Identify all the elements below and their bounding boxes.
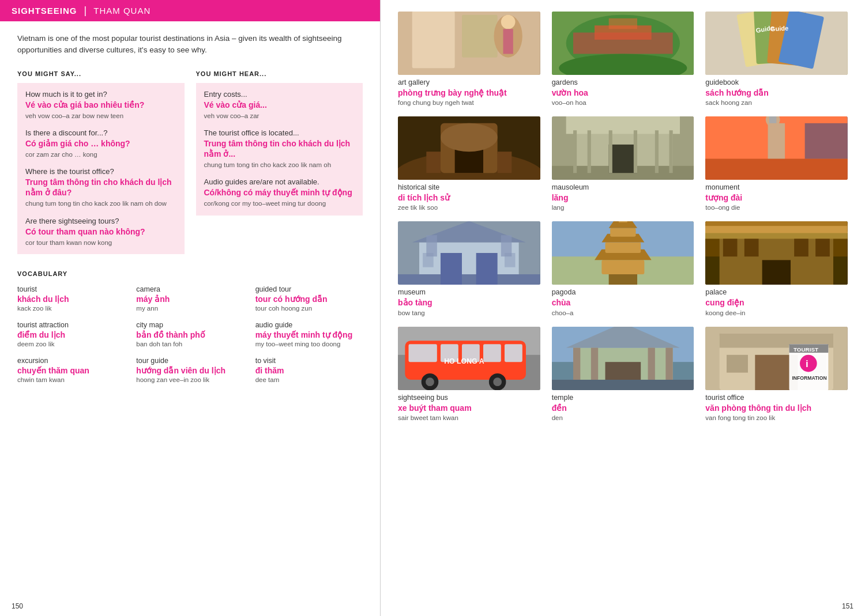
svg-point-23 — [441, 123, 498, 152]
vocab-vietnamese: khách du lịch — [17, 294, 125, 304]
vocab-item: tourist khách du lịch kack zoo lik — [17, 285, 125, 312]
phrase-vietnamese: Có giảm giá cho … không? — [25, 138, 176, 149]
vocab-item: tourist attraction điểm du lịch deem zoo… — [17, 321, 125, 347]
bus-label-vn: xe buýt tham quam — [398, 403, 540, 413]
phrase-item: Audio guides are/are not available. Có/k… — [204, 177, 355, 208]
vocab-english: to visit — [255, 357, 363, 365]
svg-rect-62 — [610, 228, 635, 237]
phrase-vietnamese: Vé vào cửa giá bao nhiêu tiền? — [25, 100, 176, 110]
vocab-phonetic: tour coh hoong zun — [255, 305, 363, 312]
svg-rect-98 — [552, 380, 694, 390]
svg-rect-35 — [633, 130, 637, 173]
gardens-image — [552, 12, 694, 75]
phrase-phonetic: cor/kong cor my too–weet ming tur doong — [204, 199, 355, 208]
phrase-item: The tourist office is located... Trung t… — [204, 129, 355, 169]
vocab-vietnamese: tour có hướng dẫn — [255, 294, 363, 304]
page-number-left: 150 — [12, 602, 23, 610]
phrase-english: Audio guides are/are not available. — [204, 177, 355, 186]
svg-rect-34 — [608, 130, 612, 173]
svg-rect-64 — [619, 221, 627, 222]
guidebook-label-en: guidebook — [705, 78, 848, 86]
palace-label-ph: koong dee–in — [705, 309, 848, 316]
you-might-say-box: How much is it to get in? Vé vào cửa giá… — [17, 83, 185, 254]
vocab-item: camera máy ảnh my ann — [136, 285, 243, 312]
museum-label-ph: bow tang — [398, 309, 540, 316]
museum-label-en: museum — [398, 288, 540, 296]
vocab-phonetic: hoong zan vee–in zoo lik — [136, 376, 243, 383]
svg-rect-32 — [669, 130, 672, 173]
vocab-item: guided tour tour có hướng dẫn tour coh h… — [255, 285, 363, 312]
svg-rect-58 — [601, 260, 644, 275]
svg-rect-41 — [769, 116, 776, 123]
phrase-vietnamese: Trung tâm thông tin cho khách du lịch nằ… — [25, 177, 176, 198]
phrase-english: Entry costs... — [204, 90, 355, 99]
svg-rect-54 — [501, 236, 512, 257]
vocab-phonetic: ban doh tan foh — [136, 341, 243, 347]
svg-rect-75 — [815, 239, 830, 257]
palace-image — [705, 221, 848, 285]
gardens-label-vn: vườn hoa — [552, 88, 694, 98]
vocab-phonetic: chwin tam kwan — [17, 376, 125, 383]
temple-image — [552, 327, 694, 390]
image-item-temple: temple đền den — [552, 327, 694, 421]
you-might-hear-header: YOU MIGHT HEAR... — [196, 70, 363, 77]
monument-label-vn: tượng đài — [705, 192, 848, 203]
phrase-english: How much is it to get in? — [25, 90, 176, 99]
svg-text:HO LONG A: HO LONG A — [444, 357, 484, 365]
vocab-phonetic: my ann — [136, 305, 243, 312]
vocab-col-1: tourist khách du lịch kack zoo lik touri… — [17, 285, 125, 393]
bus-image: HO LONG A — [398, 327, 540, 390]
vocab-item: city map bản đồ thành phố ban doh tan fo… — [136, 321, 243, 347]
vocab-english: excursion — [17, 357, 125, 365]
svg-rect-53 — [426, 236, 437, 257]
phrase-english: Are there sightseeing tours? — [25, 217, 176, 225]
image-grid: art gallery phòng trưng bày nghệ thuật f… — [398, 12, 848, 421]
svg-rect-70 — [705, 221, 848, 226]
vocab-phonetic: dee tam — [255, 376, 363, 383]
image-item-tourist-office: TOURIST i INFORMATION tourist office văn… — [705, 327, 848, 421]
svg-rect-2 — [462, 15, 498, 58]
image-item-pagoda: pagoda chùa choo–a — [552, 221, 694, 316]
vocab-phonetic: deem zoo lik — [17, 341, 125, 347]
historical-image — [398, 116, 540, 180]
phrase-vietnamese: Có/không có máy thuyết minh tự động — [204, 187, 355, 198]
svg-rect-79 — [408, 344, 437, 362]
phrase-phonetic: veh vow coo–a zar — [204, 111, 355, 120]
image-item-palace: palace cung điện koong dee–in — [705, 221, 848, 316]
mausoleum-image — [552, 116, 694, 180]
vocab-phonetic: my too–weet ming too doong — [255, 341, 363, 347]
vocab-english: audio guide — [255, 321, 363, 329]
image-item-mausoleum: mausoleum lăng lang — [552, 116, 694, 211]
svg-rect-31 — [573, 130, 577, 173]
guidebook-label-vn: sách hướng dẫn — [705, 88, 848, 98]
svg-rect-49 — [441, 253, 462, 285]
vocab-english: tourist attraction — [17, 321, 125, 329]
svg-rect-82 — [483, 344, 501, 362]
phrase-phonetic: cor zam zar cho … kong — [25, 150, 176, 159]
svg-rect-10 — [608, 18, 637, 29]
phrase-item: Is there a discount for...? Có giảm giá … — [25, 129, 176, 159]
pagoda-image — [552, 221, 694, 285]
phrase-item: Entry costs... Vé vào cửa giá... veh vow… — [204, 90, 355, 120]
header-divider: | — [84, 5, 87, 17]
vocabulary-header: VOCABULARY — [17, 270, 363, 277]
tham-quan-label: THAM QUAN — [93, 6, 151, 16]
phrase-phonetic: cor tour tham kwan now kong — [25, 238, 176, 247]
phrase-english: The tourist office is located... — [204, 129, 355, 137]
vocab-vietnamese: máy thuyết minh tự động — [255, 330, 363, 340]
phrase-phonetic: veh vow coo–a zar bow new teen — [25, 111, 176, 120]
vocab-vietnamese: máy ảnh — [136, 294, 243, 304]
you-might-hear-box: Entry costs... Vé vào cửa giá... veh vow… — [196, 83, 363, 216]
phrase-vietnamese: Vé vào cửa giá... — [204, 100, 355, 110]
monument-label-ph: too–ong die — [705, 204, 848, 211]
svg-rect-73 — [744, 239, 759, 257]
svg-rect-5 — [503, 29, 513, 54]
image-item-bus: HO LONG A sightseeing bus xe buýt tham q… — [398, 327, 540, 421]
tourist-office-label-en: tourist office — [705, 394, 848, 402]
vocab-vietnamese: hướng dẫn viên du lịch — [136, 365, 243, 376]
temple-label-ph: den — [552, 414, 694, 421]
svg-point-4 — [501, 15, 516, 29]
phrase-item: Are there sightseeing tours? Có tour tha… — [25, 217, 176, 247]
svg-rect-50 — [476, 253, 498, 285]
svg-rect-83 — [505, 344, 522, 362]
